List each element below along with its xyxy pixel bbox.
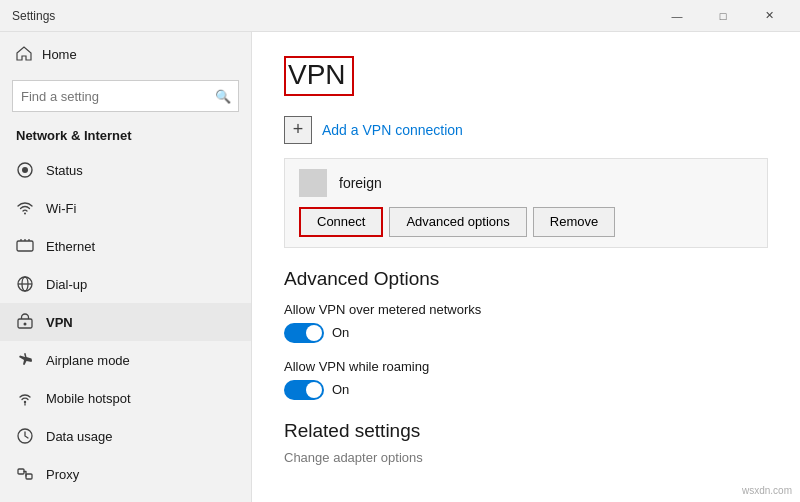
metered-toggle[interactable] xyxy=(284,323,324,343)
sidebar-label-airplane: Airplane mode xyxy=(46,353,130,368)
dialup-icon xyxy=(16,275,34,293)
vpn-entry-icon xyxy=(299,169,327,197)
metered-toggle-row: On xyxy=(284,323,768,343)
hotspot-icon xyxy=(16,389,34,407)
sidebar-label-proxy: Proxy xyxy=(46,467,79,482)
sidebar-item-wifi[interactable]: Wi-Fi xyxy=(0,189,251,227)
vpn-entry-name-row: foreign xyxy=(299,169,753,197)
connect-button[interactable]: Connect xyxy=(299,207,383,237)
svg-rect-14 xyxy=(18,469,24,474)
add-vpn-icon: + xyxy=(284,116,312,144)
svg-point-2 xyxy=(24,213,26,215)
minimize-button[interactable]: — xyxy=(654,0,700,32)
settings-window: Settings — □ ✕ Home 🔍 Network & Internet xyxy=(0,0,800,502)
watermark: wsxdn.com xyxy=(742,485,792,496)
roaming-label: Allow VPN while roaming xyxy=(284,359,768,374)
vpn-entry-name: foreign xyxy=(339,175,382,191)
page-title: VPN xyxy=(284,56,354,96)
airplane-icon xyxy=(16,351,34,369)
sidebar-item-ethernet[interactable]: Ethernet xyxy=(0,227,251,265)
sidebar-label-dialup: Dial-up xyxy=(46,277,87,292)
sidebar-item-dialup[interactable]: Dial-up xyxy=(0,265,251,303)
wifi-icon xyxy=(16,199,34,217)
proxy-icon xyxy=(16,465,34,483)
sidebar-label-vpn: VPN xyxy=(46,315,73,330)
sidebar-item-proxy[interactable]: Proxy xyxy=(0,455,251,493)
home-icon xyxy=(16,46,32,62)
main-content: VPN + Add a VPN connection foreign Conne… xyxy=(252,32,800,502)
window-title: Settings xyxy=(12,9,55,23)
remove-button[interactable]: Remove xyxy=(533,207,615,237)
roaming-option: Allow VPN while roaming On xyxy=(284,359,768,400)
svg-point-11 xyxy=(24,323,27,326)
roaming-toggle-label: On xyxy=(332,382,349,397)
sidebar-item-datausage[interactable]: Data usage xyxy=(0,417,251,455)
home-label: Home xyxy=(42,47,77,62)
datausage-icon xyxy=(16,427,34,445)
related-settings-title: Related settings xyxy=(284,420,768,442)
change-adapter-options-link[interactable]: Change adapter options xyxy=(284,450,768,465)
sidebar-item-home[interactable]: Home xyxy=(0,32,251,76)
vpn-icon xyxy=(16,313,34,331)
close-button[interactable]: ✕ xyxy=(746,0,792,32)
sidebar-label-hotspot: Mobile hotspot xyxy=(46,391,131,406)
roaming-toggle[interactable] xyxy=(284,380,324,400)
status-icon xyxy=(16,161,34,179)
svg-point-12 xyxy=(24,401,26,403)
sidebar-item-hotspot[interactable]: Mobile hotspot xyxy=(0,379,251,417)
svg-point-1 xyxy=(22,167,28,173)
advanced-options-title: Advanced Options xyxy=(284,268,768,290)
sidebar-item-status[interactable]: Status xyxy=(0,151,251,189)
sidebar-label-datausage: Data usage xyxy=(46,429,113,444)
search-icon: 🔍 xyxy=(215,89,231,104)
sidebar-label-wifi: Wi-Fi xyxy=(46,201,76,216)
svg-rect-3 xyxy=(17,241,33,251)
ethernet-icon xyxy=(16,237,34,255)
metered-networks-option: Allow VPN over metered networks On xyxy=(284,302,768,343)
vpn-entry-buttons: Connect Advanced options Remove xyxy=(299,207,753,237)
roaming-toggle-row: On xyxy=(284,380,768,400)
title-bar: Settings — □ ✕ xyxy=(0,0,800,32)
sidebar: Home 🔍 Network & Internet Status xyxy=(0,32,252,502)
window-controls: — □ ✕ xyxy=(654,0,792,32)
search-input[interactable] xyxy=(12,80,239,112)
add-vpn-row[interactable]: + Add a VPN connection xyxy=(284,116,768,144)
svg-rect-15 xyxy=(26,474,32,479)
sidebar-label-ethernet: Ethernet xyxy=(46,239,95,254)
sidebar-search: 🔍 xyxy=(12,80,239,112)
vpn-entry: foreign Connect Advanced options Remove xyxy=(284,158,768,248)
sidebar-item-airplane[interactable]: Airplane mode xyxy=(0,341,251,379)
app-body: Home 🔍 Network & Internet Status xyxy=(0,32,800,502)
sidebar-section-title: Network & Internet xyxy=(0,122,251,151)
metered-toggle-label: On xyxy=(332,325,349,340)
maximize-button[interactable]: □ xyxy=(700,0,746,32)
sidebar-item-vpn[interactable]: VPN xyxy=(0,303,251,341)
advanced-options-button[interactable]: Advanced options xyxy=(389,207,526,237)
add-vpn-label: Add a VPN connection xyxy=(322,122,463,138)
sidebar-label-status: Status xyxy=(46,163,83,178)
metered-networks-label: Allow VPN over metered networks xyxy=(284,302,768,317)
